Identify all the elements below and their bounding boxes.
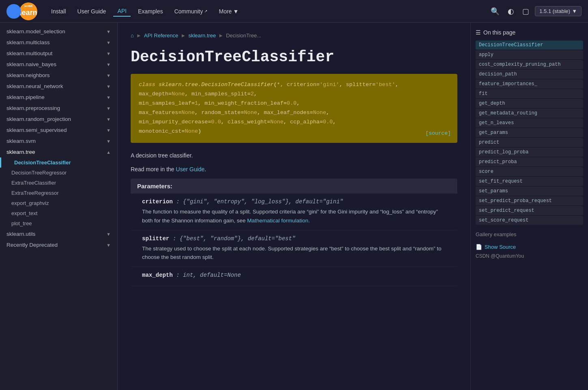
logo-orange: scikit learn: [19, 2, 37, 20]
breadcrumb-sep-1: ►: [136, 32, 142, 39]
sidebar-subitem-dtr[interactable]: DecisionTreeRegressor: [0, 168, 117, 178]
breadcrumb-sklearn-tree-link[interactable]: sklearn.tree: [188, 32, 216, 39]
toc-decision-path[interactable]: decision_path: [476, 70, 583, 79]
toc-dtc[interactable]: DecisionTreeClassifier: [476, 41, 583, 50]
sidebar-subitem-pt[interactable]: plot_tree: [0, 218, 117, 228]
math-formulation-link[interactable]: Mathematical formulation: [247, 218, 308, 224]
sidebar-item-semi-supervised[interactable]: sklearn.semi_supervised ▼: [0, 125, 117, 136]
toc-get-n-leaves[interactable]: get_n_leaves: [476, 119, 583, 127]
logo-blue-circle: [6, 4, 21, 19]
toc-predict-log-proba[interactable]: predict_log_proba: [476, 148, 583, 157]
sidebar-item-naive-bayes[interactable]: sklearn.naive_bayes ▼: [0, 59, 117, 70]
chevron-icon: ▼: [106, 84, 111, 89]
chevron-icon: ▼: [106, 51, 111, 56]
sidebar-subitem-et[interactable]: export_text: [0, 208, 117, 218]
sidebar-subitem-etr[interactable]: ExtraTreeRegressor: [0, 188, 117, 198]
sidebar-item-svm[interactable]: sklearn.svm ▼: [0, 136, 117, 147]
nav-more[interactable]: More ▼: [215, 6, 243, 16]
logo[interactable]: scikit learn: [6, 2, 37, 20]
chevron-icon: ▼: [106, 95, 111, 100]
toc-get-params[interactable]: get_params: [476, 128, 583, 137]
nav-userguide[interactable]: User Guide: [73, 6, 110, 16]
user-guide-link[interactable]: User Guide: [176, 166, 205, 172]
sidebar-item-random-projection[interactable]: sklearn.random_projection ▼: [0, 114, 117, 125]
main-content: ⌂ ► API Reference ► sklearn.tree ► Decis…: [118, 23, 470, 390]
page-icon: 📄: [476, 244, 482, 250]
breadcrumb-sep-3: ►: [218, 32, 224, 39]
toc-get-metadata-routing[interactable]: get_metadata_routing: [476, 109, 583, 118]
sidebar-item-preprocessing[interactable]: sklearn.preprocessing ▼: [0, 103, 117, 114]
toc-feature-importances[interactable]: feature_importances_: [476, 80, 583, 88]
sidebar-subitem-etc[interactable]: ExtraTreeClassifier: [0, 178, 117, 188]
chevron-icon: ▼: [106, 62, 111, 67]
source-link[interactable]: [source]: [426, 129, 451, 138]
toc-predict-proba[interactable]: predict_proba: [476, 157, 583, 166]
breadcrumb-api-ref-link[interactable]: API Reference: [144, 32, 179, 39]
top-navigation: scikit learn Install User Guide API Exam…: [0, 0, 588, 23]
breadcrumb-home-link[interactable]: ⌂: [131, 32, 134, 39]
toc-set-params[interactable]: set_params: [476, 187, 583, 196]
toc-set-predict-request[interactable]: set_predict_request: [476, 206, 583, 215]
toc-score[interactable]: score: [476, 167, 583, 176]
param-splitter-desc: The strategy used to choose the split at…: [142, 244, 449, 262]
chevron-up-icon: ▲: [106, 150, 111, 155]
chevron-icon: ▼: [106, 29, 111, 34]
toc-predict[interactable]: predict: [476, 138, 583, 147]
chevron-icon: ▼: [106, 106, 111, 111]
param-criterion-name: criterion : {"gini", "entropy", "log_los…: [142, 198, 449, 205]
param-max-depth-name: max_depth : int, default=None: [142, 272, 449, 278]
sidebar-item-deprecated[interactable]: Recently Deprecated ▼: [0, 239, 117, 250]
sidebar-item-utils[interactable]: sklearn.utils ▼: [0, 228, 117, 239]
nav-community[interactable]: Community ↗: [170, 6, 211, 16]
toc-set-score-request[interactable]: set_score_request: [476, 216, 583, 225]
version-selector[interactable]: 1.5.1 (stable) ▼: [535, 6, 582, 16]
toc-get-depth[interactable]: get_depth: [476, 99, 583, 108]
right-sidebar: ☰ On this page DecisionTreeClassifier ap…: [470, 23, 588, 390]
chevron-icon: ▼: [106, 73, 111, 78]
toc-set-predict-proba-request[interactable]: set_predict_proba_request: [476, 196, 583, 205]
sidebar-item-tree[interactable]: sklearn.tree ▲: [0, 147, 117, 157]
home-icon: ⌂: [131, 32, 134, 39]
code-signature: class sklearn.tree.DecisionTreeClassifie…: [131, 74, 457, 143]
sidebar-item-neighbors[interactable]: sklearn.neighbors ▼: [0, 70, 117, 81]
param-criterion: criterion : {"gini", "entropy", "log_los…: [131, 194, 457, 230]
sidebar-item-neural-network[interactable]: sklearn.neural_network ▼: [0, 81, 117, 92]
chevron-icon: ▼: [106, 139, 111, 144]
param-max-depth: max_depth : int, default=None: [131, 267, 457, 286]
theme-toggle-button[interactable]: ◐: [505, 4, 517, 18]
breadcrumb: ⌂ ► API Reference ► sklearn.tree ► Decis…: [131, 32, 457, 39]
toc-cost-complexity[interactable]: cost_complexity_pruning_path: [476, 60, 583, 69]
sidebar-subitem-dtc[interactable]: DecisionTreeClassifier: [0, 157, 117, 168]
gallery-examples-label: Gallery examples: [476, 230, 583, 239]
github-button[interactable]: ▢: [520, 4, 532, 18]
nav-examples[interactable]: Examples: [134, 6, 167, 16]
sidebar-item-model-selection[interactable]: sklearn.model_selection ▼: [0, 26, 117, 37]
nav-api[interactable]: API: [113, 6, 131, 17]
breadcrumb-sep-2: ►: [181, 32, 186, 39]
sidebar-item-multiclass[interactable]: sklearn.multiclass ▼: [0, 37, 117, 48]
toc-apply[interactable]: apply: [476, 50, 583, 59]
sidebar-item-pipeline[interactable]: sklearn.pipeline ▼: [0, 92, 117, 103]
show-source-link[interactable]: 📄 Show Source: [476, 244, 583, 250]
sidebar-item-multioutput[interactable]: sklearn.multioutput ▼: [0, 48, 117, 59]
csdn-watermark: CSDN @QuantumYou: [476, 253, 583, 259]
version-chevron-icon: ▼: [572, 8, 577, 14]
chevron-icon: ▼: [106, 232, 111, 237]
toc-fit[interactable]: fit: [476, 89, 583, 98]
external-link-icon: ↗: [204, 9, 207, 13]
param-splitter: splitter : {"best", "random"}, default="…: [131, 231, 457, 267]
param-splitter-name: splitter : {"best", "random"}, default="…: [142, 235, 449, 242]
breadcrumb-current: DecisionTree...: [226, 32, 261, 39]
chevron-icon: ▼: [106, 128, 111, 133]
parameters-header: Parameters:: [131, 179, 457, 194]
chevron-down-icon: ▼: [233, 8, 239, 15]
chevron-icon: ▼: [106, 40, 111, 45]
chevron-icon: ▼: [106, 243, 111, 248]
toc-set-fit-request[interactable]: set_fit_request: [476, 177, 583, 186]
sidebar-subitem-eg[interactable]: export_graphviz: [0, 198, 117, 208]
param-criterion-desc: The function to measure the quality of a…: [142, 207, 449, 225]
nav-install[interactable]: Install: [47, 6, 70, 16]
page-title: DecisionTreeClassifier: [131, 48, 457, 66]
search-button[interactable]: 🔍: [488, 4, 502, 18]
list-icon: ☰: [476, 29, 481, 36]
